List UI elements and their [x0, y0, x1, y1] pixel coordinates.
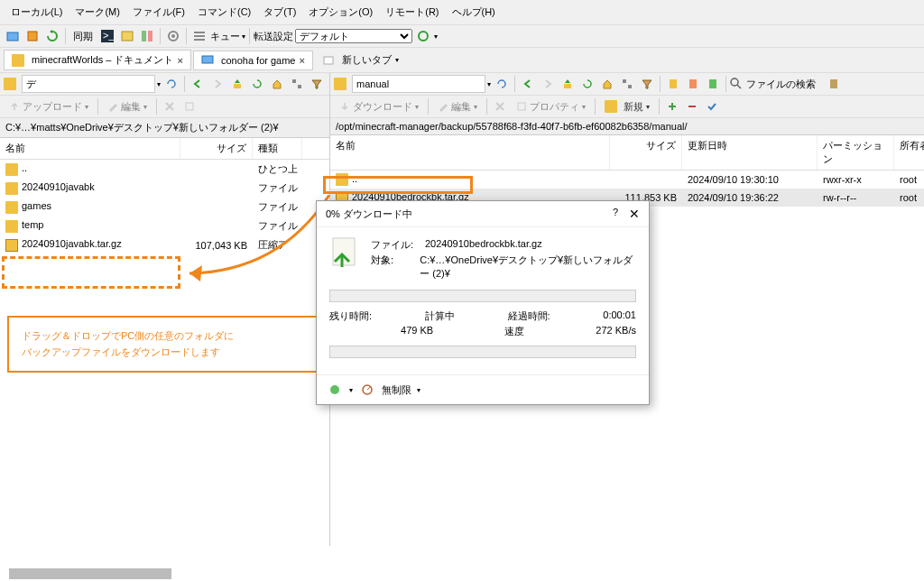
find-files[interactable]: ファイルの検索 [730, 78, 816, 91]
tab-minecraft[interactable]: minecraftWorlds – ドキュメント × [4, 50, 191, 70]
props-icon[interactable] [180, 97, 199, 115]
svg-rect-18 [186, 103, 193, 110]
edit-button[interactable]: 編集▾ [102, 98, 152, 115]
computer-icon [201, 54, 214, 67]
speed-icon[interactable] [358, 381, 376, 399]
home-icon[interactable] [268, 75, 286, 93]
tree-icon[interactable] [288, 75, 306, 93]
delete-icon[interactable] [491, 97, 509, 115]
minus-icon[interactable] [683, 97, 701, 115]
delete-icon[interactable] [161, 97, 179, 115]
filter-icon[interactable] [638, 75, 656, 93]
sync-browse-icon[interactable] [162, 75, 180, 93]
explorer-icon[interactable] [118, 27, 136, 45]
menu-file[interactable]: ファイル(F) [127, 4, 190, 21]
remote-path-input[interactable] [352, 75, 485, 93]
svg-rect-21 [628, 85, 632, 88]
col-name[interactable]: 名前 [0, 138, 180, 159]
close-icon[interactable]: × [300, 55, 305, 66]
close-icon[interactable]: × [178, 55, 183, 66]
local-path-input[interactable] [22, 75, 155, 93]
sites-icon[interactable] [23, 27, 42, 45]
tab-conoha[interactable]: conoha for game × [193, 51, 313, 70]
terminal-icon[interactable]: >_ [98, 27, 116, 45]
main-toolbar: 同期 >_ キュー ▾ 転送設定 デフォルト ▾ [0, 25, 924, 48]
upload-button[interactable]: アップロード▾ [4, 98, 94, 115]
menu-help[interactable]: ヘルプ(H) [447, 4, 501, 21]
new-button[interactable]: 新規▾ [599, 98, 655, 115]
forward-icon[interactable] [208, 75, 226, 93]
up-icon[interactable] [228, 75, 246, 93]
sync-browse-icon[interactable] [493, 75, 511, 93]
progress-bar-2 [329, 346, 636, 358]
unlimited-label[interactable]: 無制限 [382, 383, 411, 397]
menu-local[interactable]: ローカル(L) [5, 4, 68, 21]
queue-icon[interactable] [190, 27, 208, 45]
transfer-settings-icon[interactable] [414, 27, 432, 45]
svg-rect-14 [324, 57, 333, 64]
svg-rect-20 [623, 79, 626, 83]
refresh2-icon[interactable] [578, 75, 596, 93]
plus-icon[interactable] [663, 97, 681, 115]
filter-icon[interactable] [308, 75, 326, 93]
folder-icon [5, 201, 18, 214]
menu-command[interactable]: コマンド(C) [192, 4, 256, 21]
back-icon[interactable] [189, 75, 207, 93]
folder-icon [4, 78, 16, 90]
bm2-icon[interactable] [684, 75, 702, 93]
edit-button[interactable]: 編集▾ [432, 98, 483, 115]
svg-point-12 [419, 32, 428, 41]
list-item[interactable]: ..ひとつ上 [0, 160, 329, 179]
bookmark-icon[interactable] [664, 75, 682, 93]
archive-icon [5, 239, 18, 252]
col-perm[interactable]: パーミッション [818, 135, 894, 170]
col-name[interactable]: 名前 [330, 135, 610, 170]
new-tab-button[interactable]: 新しいタブ ▾ [315, 51, 406, 69]
col-owner[interactable]: 所有者 [894, 135, 924, 170]
minimize-icon[interactable] [326, 381, 344, 399]
scrollbar[interactable] [9, 568, 171, 579]
svg-rect-11 [194, 39, 205, 41]
dialog-titlebar: 0% ダウンロード中 ? ✕ [317, 201, 649, 227]
props-button[interactable]: プロパティ▾ [511, 98, 591, 115]
folder-icon [605, 100, 617, 113]
menu-tab[interactable]: タブ(T) [258, 4, 301, 21]
queue-label: キュー [210, 30, 240, 43]
list-item[interactable]: tempファイル [0, 217, 329, 235]
transfer-select[interactable]: デフォルト [295, 29, 412, 43]
new-session-icon[interactable] [4, 27, 22, 45]
tree-icon[interactable] [618, 75, 636, 93]
col-size[interactable]: サイズ [610, 135, 682, 170]
bm3-icon[interactable] [704, 75, 722, 93]
compare-icon[interactable] [138, 27, 156, 45]
menu-option[interactable]: オプション(O) [303, 4, 378, 21]
list-item[interactable]: 20240910javabk.tar.gz107,043 KB圧縮ア [0, 235, 329, 254]
up-folder-icon [5, 163, 18, 176]
help-icon[interactable]: ? [613, 207, 618, 221]
forward-icon[interactable] [539, 75, 557, 93]
sync-label[interactable]: 同期 [69, 30, 97, 43]
gear-icon[interactable] [164, 27, 182, 45]
remote-cols: 名前 サイズ 更新日時 パーミッション 所有者 [330, 135, 924, 171]
local-cols: 名前 サイズ 種類 [0, 138, 329, 160]
col-size[interactable]: サイズ [180, 138, 253, 159]
list-item[interactable]: gamesファイル [0, 198, 329, 217]
close-icon[interactable]: ✕ [629, 207, 640, 221]
svg-rect-19 [564, 84, 571, 88]
menu-remote[interactable]: リモート(R) [380, 4, 444, 21]
refresh-icon[interactable] [43, 27, 61, 45]
svg-line-32 [367, 387, 370, 390]
download-button[interactable]: ダウンロード▾ [334, 98, 424, 115]
dialog-body: ファイル:20240910bedrockbk.tar.gz 対象:C:¥…¥On… [317, 227, 649, 374]
back-icon[interactable] [519, 75, 537, 93]
menu-mark[interactable]: マーク(M) [69, 4, 125, 21]
col-date[interactable]: 更新日時 [682, 135, 818, 170]
check-icon[interactable] [703, 97, 721, 115]
list-item[interactable]: 20240910javabkファイル [0, 179, 329, 198]
col-type[interactable]: 種類 [253, 138, 302, 159]
list-item[interactable]: ..2024/09/10 19:30:10rwxr-xr-xroot [330, 171, 924, 189]
home-icon[interactable] [598, 75, 616, 93]
up-icon[interactable] [559, 75, 577, 93]
bm4-icon[interactable] [825, 75, 843, 93]
refresh2-icon[interactable] [248, 75, 266, 93]
